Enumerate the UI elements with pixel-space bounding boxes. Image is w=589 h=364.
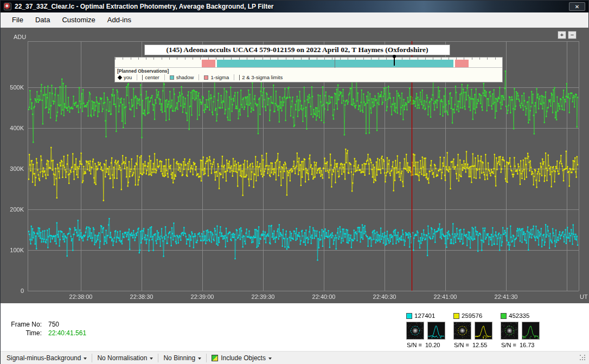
objects-icon <box>212 355 218 361</box>
psf-thumbnail <box>475 322 492 340</box>
menu-add-ins[interactable]: Add-ins <box>101 13 137 27</box>
psf-thumbnail <box>427 322 445 340</box>
zoom-out-button[interactable]: − <box>568 31 577 39</box>
snr-value: S/N = 12.55 <box>453 342 497 348</box>
swatch-legend-marker <box>170 75 174 80</box>
legend-item-you: you <box>117 74 137 80</box>
snr-number: 16.73 <box>520 342 535 348</box>
y-axis-title: ADU <box>14 34 26 40</box>
y-tick-label: 0 <box>1 288 25 294</box>
prediction-legend: [Planned Observations] youcentershadow1-… <box>115 68 502 82</box>
snr-label: S/N = <box>454 342 469 348</box>
toolbar-no-normalisation[interactable]: No Normalisation <box>93 353 157 363</box>
aperture-thumbnail <box>406 322 424 340</box>
measurement-header: 127401 <box>406 312 450 320</box>
chart-title: (145) Adeona occults UCAC4 579-012159 on… <box>144 44 450 55</box>
planned-observations-label: [Planned Observations] <box>117 68 500 74</box>
line-legend-marker <box>239 75 240 80</box>
x-axis-unit: UT <box>580 293 588 300</box>
legend-item-center: center <box>137 74 164 80</box>
chevron-down-icon <box>84 357 87 360</box>
x-tick-label: 22:39:30 <box>252 293 275 300</box>
legend-item-shadow: shadow <box>164 74 199 80</box>
prediction-time-bar <box>115 58 502 68</box>
toolbar-item-label: Signal-minus-Background <box>7 354 81 362</box>
x-tick-label: 22:41:30 <box>495 293 518 300</box>
toolbar-signal-minus-background[interactable]: Signal-minus-Background <box>3 353 91 363</box>
legend-item-1-sigma: 1-sigma <box>199 74 234 80</box>
snr-value: S/N = 10.20 <box>406 342 450 348</box>
x-tick-label: 22:40:00 <box>312 293 336 300</box>
occultation-prediction-banner: [Planned Observations] youcentershadow1-… <box>114 57 503 82</box>
measurement-group: 259576S/N = 12.55 <box>453 312 497 348</box>
y-tick-label: 300K <box>1 165 25 172</box>
legend-label: you <box>124 74 132 80</box>
titlebar[interactable]: 22_37_33Z_Clear.lc - Optimal Extraction … <box>1 1 588 12</box>
legend-item-2-3-sigma-limits: 2 & 3-sigma limits <box>234 74 287 80</box>
zoom-controls: + − <box>558 31 577 39</box>
series-color-swatch <box>453 313 459 319</box>
measurement-group: 452335S/N = 16.73 <box>501 312 544 348</box>
legend-label: 1-sigma <box>210 74 229 80</box>
you-marker-stem <box>394 57 395 66</box>
toolbar-separator <box>206 354 207 362</box>
toolbar-item-label: Include Objects <box>221 354 266 362</box>
x-tick-label: 22:38:30 <box>130 293 153 300</box>
toolbar-separator <box>92 354 92 362</box>
chevron-down-icon <box>268 357 272 360</box>
pin-legend-marker <box>118 75 122 79</box>
legend-label: shadow <box>176 74 194 80</box>
aperture-thumbnail <box>453 322 471 340</box>
legend-label: 2 & 3-sigma limits <box>242 74 283 80</box>
measurement-header: 452335 <box>501 312 544 320</box>
frame-no-value: 750 <box>48 321 59 328</box>
one-sigma-segment-left <box>202 60 215 67</box>
object-thumbnails <box>406 322 450 340</box>
snr-label: S/N = <box>501 342 516 348</box>
app-window: 22_37_33Z_Clear.lc - Optimal Extraction … <box>0 0 589 364</box>
aperture-thumbnail <box>501 322 518 340</box>
menu-data[interactable]: Data <box>29 13 56 27</box>
y-tick-label: 100K <box>1 247 25 253</box>
chart-area: ADU 500K400K300K200K100K0 22:38:0022:38:… <box>1 28 589 303</box>
measurement-header: 259576 <box>453 312 497 320</box>
frame-row: Frame No:750 <box>8 321 59 328</box>
time-value: 22:40:41.561 <box>48 329 86 337</box>
y-tick-label: 400K <box>1 125 25 131</box>
y-tick-label: 500K <box>1 84 25 91</box>
legend-items: youcentershadow1-sigma2 & 3-sigma limits <box>117 74 500 80</box>
zoom-in-button[interactable]: + <box>558 31 566 39</box>
one-sigma-segment-right <box>455 60 469 67</box>
menu-file[interactable]: File <box>6 13 29 27</box>
intensity-value: 127401 <box>414 312 435 319</box>
intensity-value: 452335 <box>509 312 529 319</box>
snr-number: 10.20 <box>425 342 440 348</box>
time-label: Time: <box>8 329 42 337</box>
measurement-panels: 127401S/N = 10.20259576S/N = 12.55452335… <box>406 312 544 348</box>
time-row: Time:22:40:41.561 <box>8 329 86 337</box>
shadow-segment <box>217 60 453 67</box>
app-icon <box>4 3 11 10</box>
object-thumbnails <box>453 322 497 340</box>
status-area: Frame No:750 Time:22:40:41.561 127401S/N… <box>1 303 589 351</box>
measurement-group: 127401S/N = 10.20 <box>406 312 450 348</box>
toolbar-no-binning[interactable]: No Binning <box>159 353 205 363</box>
line-legend-marker <box>142 75 143 80</box>
bottom-toolbar: Signal-minus-BackgroundNo NormalisationN… <box>1 351 589 364</box>
chevron-down-icon <box>150 357 153 360</box>
toolbar-include-objects[interactable]: Include Objects <box>208 353 276 363</box>
resize-grip[interactable] <box>580 355 586 361</box>
series-color-swatch <box>501 313 507 319</box>
close-button[interactable]: ✕ <box>569 2 585 11</box>
you-marker <box>392 55 396 67</box>
menu-customize[interactable]: Customize <box>56 13 101 27</box>
y-tick-label: 200K <box>1 206 25 213</box>
frame-no-label: Frame No: <box>8 321 42 328</box>
intensity-value: 259576 <box>462 312 482 319</box>
swatch-legend-marker <box>204 75 208 80</box>
snr-label: S/N = <box>407 342 422 348</box>
toolbar-item-label: No Binning <box>163 354 195 362</box>
x-tick-label: 22:41:00 <box>434 293 457 300</box>
legend-label: center <box>145 74 159 80</box>
toolbar-item-label: No Normalisation <box>97 354 147 362</box>
